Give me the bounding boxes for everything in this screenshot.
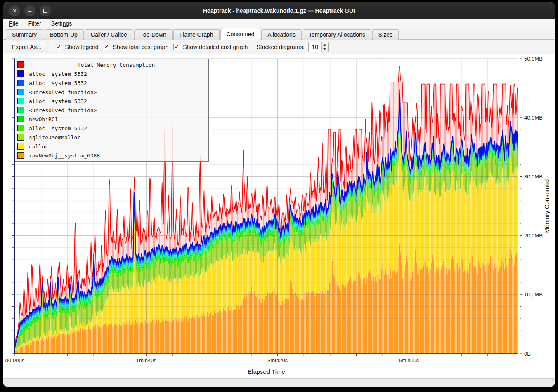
checkbox-check-icon: ✓ xyxy=(104,44,110,50)
checkbox-label: Show legend xyxy=(65,44,99,50)
title-bar: ✕ – Heaptrack - heaptrack.wakunode.1.gz … xyxy=(3,2,555,19)
checkbox-label: Show detailed cost graph xyxy=(183,44,248,50)
status-bar xyxy=(3,378,555,387)
legend-item: alloc__system_5332 xyxy=(15,69,208,78)
legend-label: <unresolved function> xyxy=(29,89,97,95)
tab-sizes[interactable]: Sizes xyxy=(372,29,399,40)
window-controls: ✕ – xyxy=(9,5,51,16)
checkbox-show-total-cost-graph[interactable]: ✓Show total cost graph xyxy=(104,44,169,50)
menu-bar: FileFilterSettings xyxy=(3,19,555,28)
stepper-down-icon[interactable] xyxy=(322,47,328,52)
stacked-diagrams-label: Stacked diagrams: xyxy=(256,44,304,50)
legend-swatch xyxy=(17,125,24,131)
legend-swatch xyxy=(17,152,24,159)
screen: ✕ – Heaptrack - heaptrack.wakunode.1.gz … xyxy=(0,0,558,392)
legend-label: alloc__system_5332 xyxy=(29,71,87,77)
x-tick-label: 00.000s xyxy=(5,357,25,364)
x-tick-label: 5min00s xyxy=(399,357,419,364)
menu-item-file[interactable]: File xyxy=(9,20,19,27)
resize-grip-icon[interactable] xyxy=(548,380,553,385)
legend-swatch xyxy=(17,116,24,122)
toolbar-checkbox-group: ✓Show legend✓Show total cost graph✓Show … xyxy=(56,44,248,50)
export-as-button[interactable]: Export As... xyxy=(7,42,47,52)
tab-bar: SummaryBottom-UpCaller / CalleeTop-DownF… xyxy=(3,28,555,40)
y-tick-label: 10,0MB xyxy=(524,291,543,298)
tab-bottom-up[interactable]: Bottom-Up xyxy=(44,29,84,40)
legend-label: <unresolved function> xyxy=(29,107,97,113)
toolbar-separator xyxy=(51,43,52,51)
legend-item: calloc xyxy=(15,142,208,151)
app-window: ✕ – Heaptrack - heaptrack.wakunode.1.gz … xyxy=(3,2,555,387)
maximize-icon[interactable] xyxy=(40,5,51,16)
legend-swatch xyxy=(17,143,24,150)
checkbox-show-detailed-cost-graph[interactable]: ✓Show detailed cost graph xyxy=(173,44,248,50)
y-tick-label: 40,0MB xyxy=(524,115,543,121)
minimize-icon[interactable]: – xyxy=(24,5,35,16)
legend-label: newObjRC1 xyxy=(29,116,58,122)
legend-swatch xyxy=(17,89,24,95)
legend-label: alloc__system_5332 xyxy=(29,125,87,131)
tab-summary[interactable]: Summary xyxy=(6,29,43,40)
legend-swatch xyxy=(17,61,24,68)
tab-allocations[interactable]: Allocations xyxy=(261,29,302,40)
y-axis-title: Memory Consumed xyxy=(543,179,550,233)
legend-swatch xyxy=(17,107,24,113)
maximize-square-glyph xyxy=(43,9,47,13)
legend-item: alloc__system_5332 xyxy=(15,96,208,106)
y-tick-label: 20,0MB xyxy=(524,232,543,239)
legend-item: <unresolved function> xyxy=(15,87,208,96)
legend-item: rawNewObj__system_6388 xyxy=(15,151,208,160)
checkbox-show-legend[interactable]: ✓Show legend xyxy=(56,44,99,50)
legend-label: calloc xyxy=(29,143,48,150)
memory-consumption-chart[interactable]: 0B10,0MB20,0MB30,0MB40,0MB50,0MB00.000s1… xyxy=(3,54,555,378)
legend-label: rawNewObj__system_6388 xyxy=(29,153,100,159)
tab-caller-callee[interactable]: Caller / Callee xyxy=(85,29,133,40)
stepper-buttons xyxy=(321,42,328,52)
legend-item: <unresolved function> xyxy=(15,106,208,115)
legend-swatch xyxy=(17,80,24,86)
y-tick-label: 50,0MB xyxy=(524,56,543,62)
tab-temporary-allocations[interactable]: Temporary Allocations xyxy=(303,29,371,40)
checkbox-check-icon: ✓ xyxy=(173,44,180,50)
legend-swatch xyxy=(17,70,24,77)
stepper-up-icon[interactable] xyxy=(322,42,328,47)
toolbar-separator xyxy=(252,43,252,51)
legend-label: Total Memory Consumption xyxy=(24,62,208,68)
legend-title-row: Total Memory Consumption xyxy=(15,60,208,69)
close-icon[interactable]: ✕ xyxy=(9,5,20,16)
legend-swatch xyxy=(17,98,24,104)
stacked-diagrams-stepper[interactable]: 10 xyxy=(308,42,329,52)
legend-swatch xyxy=(17,134,24,141)
y-tick-label: 0B xyxy=(524,351,531,357)
x-axis-title: Elapsed Time xyxy=(248,368,285,375)
window-title: Heaptrack - heaptrack.wakunode.1.gz — He… xyxy=(3,7,555,14)
legend-item: newObjRC1 xyxy=(15,115,208,124)
legend-label: alloc__system_5332 xyxy=(29,98,87,104)
legend-label: alloc__system_5332 xyxy=(29,80,87,86)
chart-legend: Total Memory Consumptionalloc__system_53… xyxy=(15,59,209,162)
checkbox-label: Show total cost graph xyxy=(113,44,169,50)
legend-item: sqlite3MemMalloc xyxy=(15,133,208,142)
tab-consumed[interactable]: Consumed xyxy=(220,28,261,40)
checkbox-check-icon: ✓ xyxy=(56,44,62,50)
menu-item-settings[interactable]: Settings xyxy=(51,20,72,27)
tab-top-down[interactable]: Top-Down xyxy=(134,29,173,40)
x-tick-label: 3min20s xyxy=(267,357,288,364)
tab-flame-graph[interactable]: Flame Graph xyxy=(173,29,220,40)
x-tick-label: 1min40s xyxy=(136,357,157,364)
legend-item: alloc__system_5332 xyxy=(15,124,208,133)
legend-item: alloc__system_5332 xyxy=(15,78,208,87)
legend-label: sqlite3MemMalloc xyxy=(29,134,80,141)
stacked-diagrams-value: 10 xyxy=(309,42,321,52)
y-tick-label: 30,0MB xyxy=(524,174,543,180)
toolbar: Export As... ✓Show legend✓Show total cos… xyxy=(3,40,555,54)
menu-item-filter[interactable]: Filter xyxy=(28,20,41,27)
